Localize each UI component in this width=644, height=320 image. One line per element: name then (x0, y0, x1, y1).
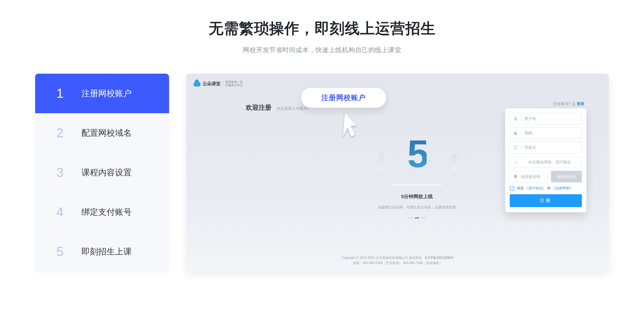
step-5-number: 5 (56, 244, 76, 259)
user-agreement-link[interactable]: 《用户协议》 (525, 186, 546, 190)
slider-text: 向右拖动滑块，进行验证 (521, 160, 578, 165)
phone-field[interactable]: 手机号 (510, 142, 582, 153)
step-2-number: 2 (56, 126, 76, 140)
step-1-label: 注册网校账户 (81, 88, 132, 99)
step-3-number: 3 (56, 165, 76, 180)
illustration: 5 (385, 128, 449, 179)
brand-name: 云朵课堂 (203, 81, 221, 87)
slider-field[interactable]: 向右拖动滑块，进行验证 (510, 156, 582, 168)
step-2-label: 配置网校域名 (81, 127, 132, 139)
illus-title: 5分钟网校上线 (401, 194, 433, 200)
password-field[interactable]: 密码 (510, 127, 582, 139)
get-code-button[interactable]: 获取验证码 (551, 171, 582, 182)
big-five: 5 (407, 132, 427, 176)
username-placeholder: 用户名 (525, 116, 536, 122)
illus-desc: 创建独立的品牌，可绑定自主域名，注册直接使用 (378, 205, 456, 210)
step-4-label: 绑定支付账号 (81, 206, 132, 218)
phone-icon (513, 145, 518, 150)
step-5[interactable]: 5 即刻招生上课 (35, 232, 169, 271)
step-1[interactable]: 1 注册网校账户 (35, 74, 169, 113)
preview-footer: Copyright © 2014-2021.北京昱新科技有限公司 版权所有 京I… (186, 255, 609, 266)
step-2[interactable]: 2 配置网校域名 (35, 113, 169, 153)
legal-notice-link[interactable]: 《法律声明》 (552, 186, 573, 190)
step-3-label: 课程内容设置 (81, 167, 132, 178)
cloud-icon (194, 81, 201, 87)
sms-placeholder: 短信验证码 (521, 174, 540, 179)
shield-icon (513, 174, 518, 179)
cursor-icon (341, 110, 360, 139)
username-field[interactable]: 用户名 (510, 113, 582, 124)
register-button[interactable]: 注册 (510, 194, 582, 207)
reg-sub: 你总是那么有眼光~ (277, 106, 310, 111)
step-list: 1 注册网校账户 2 配置网校域名 3 课程内容设置 4 绑定支付账号 5 即刻… (35, 74, 169, 271)
drag-icon (513, 160, 518, 164)
page-subheadline: 网校开发节省时间成本，快速上线机构自己的线上课堂 (243, 46, 401, 54)
preview-panel: 注册网校账户 云朵课堂 教育机构一站 式服务云平台 已有账号? 去 登录 (186, 74, 609, 271)
callout-bubble: 注册网校账户 (301, 88, 386, 108)
brand-tagline: 教育机构一站 式服务云平台 (223, 81, 243, 87)
reg-title: 欢迎注册 (246, 103, 271, 112)
step-3[interactable]: 3 课程内容设置 (35, 153, 169, 192)
icp-text: 京ICP备15011506号 (424, 256, 454, 260)
sms-code-field[interactable]: 短信验证码 (510, 171, 548, 182)
register-form: 用户名 密码 手机号 向右拖动滑块，进行验证 (505, 108, 586, 212)
step-1-number: 1 (56, 86, 76, 101)
agree-row[interactable]: 同意 《用户协议》 和 《法律声明》 (510, 186, 582, 191)
agree-checkbox[interactable] (510, 186, 514, 191)
page-headline: 无需繁琐操作，即刻线上运营招生 (209, 19, 436, 39)
step-4-number: 4 (56, 205, 76, 219)
inner-brand: 云朵课堂 教育机构一站 式服务云平台 (194, 81, 243, 87)
user-icon (513, 116, 518, 121)
carousel-dots[interactable] (408, 217, 426, 218)
lock-icon (513, 131, 518, 135)
step-5-label: 即刻招生上课 (81, 246, 132, 257)
phone-placeholder: 手机号 (525, 145, 536, 151)
step-4[interactable]: 4 绑定支付账号 (35, 192, 169, 232)
password-placeholder: 密码 (525, 131, 532, 136)
platform-shape (391, 183, 443, 186)
